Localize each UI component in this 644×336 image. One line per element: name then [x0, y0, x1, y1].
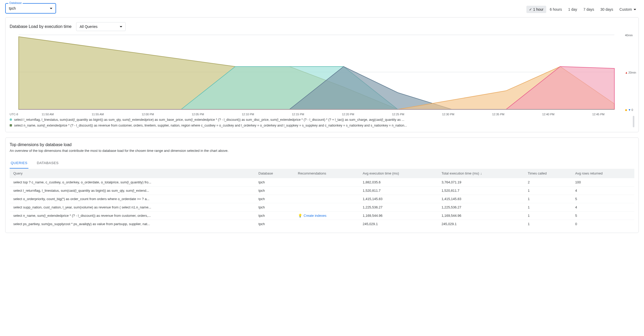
x-tick: 12:25 PM [373, 113, 423, 116]
time-range-label: Custom [619, 7, 632, 11]
cell-query: select o_orderpriority, count_big(*) as … [10, 195, 255, 203]
queries-table: QueryDatabaseRecommendationsAvg executio… [10, 169, 634, 228]
chevron-down-icon [120, 26, 122, 27]
legend-scrollbar[interactable] [633, 116, 634, 127]
time-range-custom[interactable]: Custom [617, 6, 639, 13]
cell-total-exec: 245,029.1 [438, 220, 524, 228]
cell-recommendation: 💡Create indexes [294, 211, 359, 220]
col-header[interactable]: Times called [524, 169, 572, 178]
time-range-group: ✓1 hour6 hours1 day7 days30 daysCustom [526, 6, 639, 13]
cell-total-exec: 3,764,071.19 [438, 178, 524, 186]
dimensions-subtitle: An overview of the top dimensions that c… [10, 149, 634, 153]
tab-queries[interactable]: QUERIES [10, 158, 28, 169]
load-chart-card: Database Load by execution time All Quer… [5, 17, 639, 132]
dimensions-title: Top dimensions by database load [10, 142, 634, 147]
col-header-label: Query [13, 171, 22, 175]
cell-database: tpch [255, 211, 294, 220]
chevron-down-icon [50, 8, 52, 9]
cell-query: select ps_partkey, sum(ps_supplycost * p… [10, 220, 255, 228]
y-tick: ▲20min [625, 71, 634, 74]
x-tick: 12:20 PM [323, 113, 373, 116]
col-header-label: Recommendations [298, 171, 326, 175]
check-icon: ✓ [529, 7, 532, 11]
col-header[interactable]: Avg execution time (ms) [359, 169, 438, 178]
database-select[interactable]: Database tpch [5, 3, 56, 14]
table-row[interactable]: select ps_partkey, sum(ps_supplycost * p… [10, 220, 634, 228]
tab-databases[interactable]: DATABASES [36, 158, 60, 169]
table-row[interactable]: select n_name, sum(l_extendedprice * (? … [10, 211, 634, 220]
cell-rows: 0 [572, 220, 634, 228]
cell-recommendation [294, 186, 359, 195]
time-range-30-days[interactable]: 30 days [598, 6, 616, 13]
cell-times: 2 [524, 178, 572, 186]
time-range-7-days[interactable]: 7 days [581, 6, 597, 13]
cell-recommendation [294, 195, 359, 203]
cell-avg-exec: 1,520,811.7 [359, 186, 438, 195]
x-tick: 12:30 PM [423, 113, 473, 116]
cell-database: tpch [255, 195, 294, 203]
query-filter-select[interactable]: All Queries [76, 22, 126, 31]
recommendation-text: Create indexes [304, 214, 326, 218]
x-tick: 12:00 PM [123, 113, 173, 116]
table-row[interactable]: select supp_nation, cust_nation, l_year,… [10, 203, 634, 211]
col-header-label: Total execution time (ms) [441, 171, 479, 175]
cell-times: 1 [524, 186, 572, 195]
y-tick: ◆▼0 [625, 108, 634, 112]
lightbulb-icon: 💡 [298, 214, 302, 218]
cell-rows: 4 [572, 186, 634, 195]
chevron-down-icon [634, 9, 636, 10]
cell-avg-exec: 245,029.1 [359, 220, 438, 228]
load-chart-title: Database Load by execution time [10, 24, 71, 29]
table-row[interactable]: select o_orderpriority, count_big(*) as … [10, 195, 634, 203]
cell-avg-exec: 1,225,536.27 [359, 203, 438, 211]
y-tick: 40min [625, 34, 634, 37]
recommendation-link[interactable]: 💡Create indexes [298, 214, 356, 218]
x-tick: 11:50 AM [23, 113, 73, 116]
legend-text: select l_returnflag, l_linestatus, sum(c… [14, 118, 404, 122]
time-range-label: 1 day [568, 7, 577, 11]
legend-item[interactable]: select l_returnflag, l_linestatus, sum(c… [10, 118, 632, 122]
x-tick: 12:45 PM [573, 113, 623, 116]
time-range-label: 1 hour [533, 7, 544, 11]
table-row[interactable]: select top ? c_name, c_custkey, o_orderk… [10, 178, 634, 186]
cell-database: tpch [255, 178, 294, 186]
cell-query: select n_name, sum(l_extendedprice * (? … [10, 211, 255, 220]
col-header-label: Avg rows returned [575, 171, 603, 175]
x-tick: 12:40 PM [523, 113, 573, 116]
table-row[interactable]: select l_returnflag, l_linestatus, sum(c… [10, 186, 634, 195]
col-header[interactable]: Query [10, 169, 255, 178]
database-select-label: Database [8, 1, 23, 4]
cell-recommendation [294, 178, 359, 186]
legend-swatch [10, 118, 12, 121]
dimensions-card: Top dimensions by database load An overv… [5, 137, 639, 233]
query-filter-value: All Queries [80, 25, 97, 29]
cell-total-exec: 1,225,536.27 [438, 203, 524, 211]
time-range-1-day[interactable]: 1 day [566, 6, 580, 13]
col-header[interactable]: Total execution time (ms)↓ [438, 169, 524, 178]
cell-times: 1 [524, 211, 572, 220]
col-header[interactable]: Recommendations [294, 169, 359, 178]
cell-avg-exec: 1,882,035.6 [359, 178, 438, 186]
time-range-1-hour[interactable]: ✓1 hour [526, 6, 546, 13]
time-range-6-hours[interactable]: 6 hours [547, 6, 565, 13]
col-header[interactable]: Database [255, 169, 294, 178]
time-range-label: 7 days [583, 7, 594, 11]
time-range-label: 6 hours [550, 7, 562, 11]
cell-total-exec: 1,520,811.7 [438, 186, 524, 195]
cell-rows: 4 [572, 203, 634, 211]
chart-x-axis: UTC-811:50 AM11:55 AM12:00 PM12:05 PM12:… [10, 113, 634, 116]
cell-avg-exec: 1,415,145.83 [359, 195, 438, 203]
cell-query: select top ? c_name, c_custkey, o_orderk… [10, 178, 255, 186]
cell-recommendation [294, 220, 359, 228]
cell-database: tpch [255, 220, 294, 228]
load-area-chart [10, 33, 623, 112]
time-range-label: 30 days [600, 7, 613, 11]
x-tick: 11:55 AM [73, 113, 123, 116]
col-header[interactable]: Avg rows returned [572, 169, 634, 178]
cell-total-exec: 1,415,145.83 [438, 195, 524, 203]
cell-rows: 100 [572, 178, 634, 186]
cell-database: tpch [255, 186, 294, 195]
x-tick: 12:05 PM [173, 113, 223, 116]
legend-item[interactable]: select n_name, sum(l_extendedprice * (? … [10, 124, 632, 127]
x-tick: 12:15 PM [273, 113, 323, 116]
